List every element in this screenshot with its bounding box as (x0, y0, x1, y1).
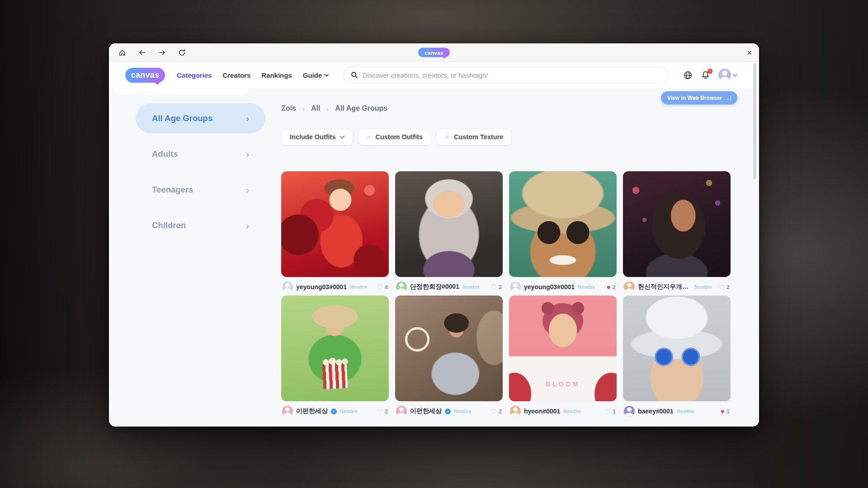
sidebar-item-label: Teenagers (152, 185, 193, 195)
creator-username[interactable]: 이편한세상 (296, 407, 328, 415)
creator-badge: Newbie (462, 284, 480, 290)
card-footer: baeey#0001 Newbie ♥ 1 (623, 401, 731, 417)
creation-thumbnail[interactable] (509, 171, 617, 277)
creator-username[interactable]: 헌신적인지우개#0001 (638, 283, 691, 291)
creator-avatar[interactable] (282, 282, 293, 292)
creation-card: baeey#0001 Newbie ♥ 1 (623, 296, 731, 417)
nav-creators[interactable]: Creators (223, 71, 251, 79)
notifications-bell-icon[interactable] (701, 70, 710, 80)
creator-avatar[interactable] (510, 406, 521, 417)
home-icon[interactable] (118, 48, 126, 56)
creation-thumbnail[interactable] (623, 296, 731, 401)
search-bar[interactable] (343, 67, 669, 83)
like-count: 2 (385, 408, 388, 415)
creator-avatar[interactable] (396, 406, 407, 417)
creator-avatar[interactable] (282, 406, 293, 417)
creation-thumbnail[interactable] (395, 171, 503, 277)
sidebar-item-label: Children (152, 221, 186, 230)
creator-username[interactable]: baeey#0001 (638, 408, 674, 415)
include-outfits-filter[interactable]: Include Outfits (281, 129, 353, 145)
scrolled-panel-edge (113, 88, 248, 95)
back-icon[interactable] (138, 48, 146, 56)
verified-check-icon: ✓ (445, 408, 451, 414)
verified-check-icon: ✓ (331, 408, 337, 414)
sidebar-item-label: All Age Groups (152, 113, 212, 123)
creation-thumbnail[interactable]: BLOOM (509, 296, 617, 401)
heart-icon[interactable]: ♡ (491, 408, 496, 415)
creator-username[interactable]: 이편한세상 (410, 407, 442, 415)
external-arrow-icon: → (725, 95, 731, 101)
heart-icon[interactable]: ♡ (377, 284, 382, 291)
custom-outfits-filter[interactable]: ✓ Custom Outfits (358, 129, 432, 145)
view-in-web-browser-button[interactable]: View in Web Browser → (661, 91, 737, 104)
include-outfits-label: Include Outfits (290, 133, 336, 141)
close-icon[interactable]: × (747, 48, 752, 57)
creator-badge: Newbie (454, 408, 472, 414)
notification-badge (708, 69, 712, 74)
nav-categories[interactable]: Categories (177, 71, 212, 79)
heart-icon[interactable]: ♡ (718, 284, 724, 291)
search-input[interactable] (363, 71, 661, 79)
creator-badge: Newbie (350, 284, 368, 290)
sidebar-item-teenagers[interactable]: Teenagers › (136, 175, 265, 205)
creations-grid: yeyoung03#0001 Newbie ♡ 4 단정한회장#0001 New… (281, 171, 731, 417)
forward-icon[interactable] (158, 48, 166, 56)
creation-thumbnail[interactable] (281, 296, 389, 401)
creator-username[interactable]: hyeon#0001 (524, 408, 560, 415)
creator-badge: Newbie (340, 408, 358, 414)
custom-texture-filter[interactable]: ✓ Custom Texture (436, 129, 512, 145)
like-counter: ♡ 1 (604, 408, 616, 415)
breadcrumb-all[interactable]: All (311, 104, 320, 113)
card-footer: yeyoung03#0001 Newbie ♡ 4 (281, 277, 389, 292)
heart-icon[interactable]: ♥ (607, 284, 611, 291)
header-icons (683, 69, 737, 81)
sidebar-item-adults[interactable]: Adults › (136, 139, 265, 169)
refresh-icon[interactable] (178, 48, 186, 56)
like-count: 2 (499, 284, 502, 291)
view-in-web-browser-label: View in Web Browser (667, 95, 722, 101)
creation-thumbnail[interactable] (395, 296, 503, 401)
nav-rankings[interactable]: Rankings (261, 71, 292, 79)
chevron-right-icon: › (246, 149, 249, 160)
account-menu[interactable] (718, 69, 737, 81)
creator-username[interactable]: yeyoung03#0001 (296, 283, 347, 291)
canvas-logo[interactable]: canvas (125, 68, 165, 83)
creator-badge: Newbie (578, 284, 595, 290)
creator-avatar[interactable] (396, 282, 407, 292)
heart-icon[interactable]: ♡ (604, 408, 610, 415)
chevron-down-icon (324, 74, 329, 77)
breadcrumb-zois[interactable]: Zois (281, 104, 296, 113)
creation-card: 이편한세상 ✓ Newbie ♡ 2 (281, 296, 389, 417)
page-content: View in Web Browser → All Age Groups › A… (109, 88, 759, 426)
creator-badge: Newbie (694, 284, 712, 290)
creator-avatar[interactable] (624, 406, 635, 417)
nav-guide[interactable]: Guide (303, 71, 329, 79)
creator-avatar[interactable] (624, 282, 635, 292)
nav-guide-label: Guide (303, 71, 322, 79)
like-counter: ♥ 2 (607, 284, 616, 291)
vertical-scrollbar[interactable] (753, 63, 756, 179)
filter-bar: Include Outfits ✓ Custom Outfits ✓ Custo… (281, 128, 759, 146)
sidebar-item-all-age-groups[interactable]: All Age Groups › (136, 103, 265, 133)
creator-avatar[interactable] (510, 282, 521, 292)
creation-thumbnail[interactable] (281, 171, 389, 277)
creator-badge: Newbie (677, 408, 694, 414)
check-icon: ✓ (367, 134, 372, 141)
creator-username[interactable]: 단정한회장#0001 (410, 283, 459, 291)
creation-card: yeyoung03#0001 Newbie ♥ 2 (509, 171, 617, 292)
heart-icon[interactable]: ♥ (721, 408, 725, 415)
chevron-right-icon: › (246, 185, 249, 195)
category-sidebar: All Age Groups › Adults › Teenagers › Ch… (136, 103, 265, 246)
like-count: 1 (726, 408, 730, 415)
globe-icon[interactable] (683, 70, 693, 80)
breadcrumb-all-age-groups[interactable]: All Age Groups (335, 104, 387, 113)
chevron-down-icon (340, 136, 344, 139)
creation-thumbnail[interactable] (623, 171, 731, 277)
creator-username[interactable]: yeyoung03#0001 (524, 283, 575, 291)
creation-card: yeyoung03#0001 Newbie ♡ 4 (281, 171, 389, 292)
card-footer: 이편한세상 ✓ Newbie ♡ 2 (281, 401, 389, 417)
sidebar-item-children[interactable]: Children › (136, 211, 265, 240)
heart-icon[interactable]: ♡ (491, 284, 496, 291)
heart-icon[interactable]: ♡ (377, 408, 382, 415)
canvas-logo-text: canvas (131, 70, 159, 80)
